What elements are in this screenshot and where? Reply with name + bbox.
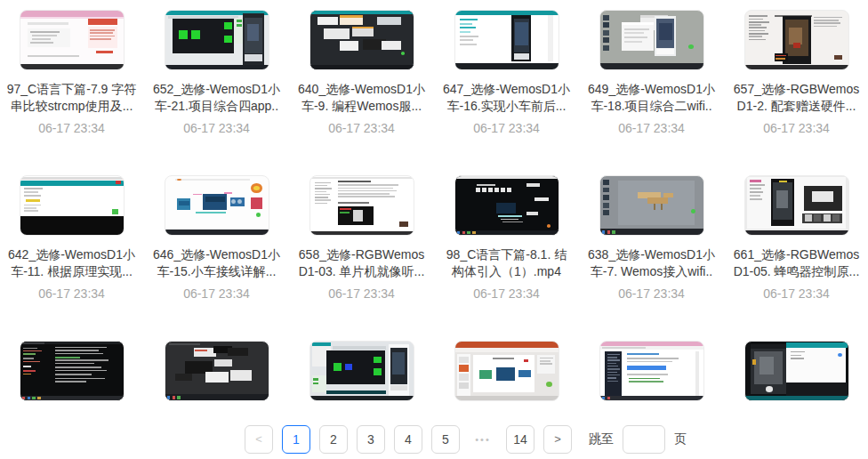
video-item[interactable]: 647_选修-WemosD1小车-16.实现小车前后...06-17 23:34 [441,10,572,136]
dark-desktop-gray-windows-thumbnail[interactable] [165,341,269,401]
thumbnail-detail [28,55,79,57]
arduino-ide-sketch-thumbnail[interactable] [20,175,125,236]
thumbnail-detail [340,41,358,51]
video-item[interactable]: 649_选修-WemosD1小车-18.项目综合二wifi..06-17 23:… [586,10,717,136]
arduino-ide-green-squares-phone-thumbnail[interactable] [165,10,269,70]
doc-page-with-video-thumbnail[interactable] [309,175,414,236]
page-jump-input[interactable] [623,425,665,454]
next-page-button[interactable]: > [543,425,572,454]
desktop-many-windows-thumbnail[interactable] [309,10,414,70]
thumbnail-detail [526,183,540,187]
page-button-4[interactable]: 4 [394,425,422,454]
thumbnail-detail [310,396,414,400]
thumbnail-detail [459,365,468,371]
thumbnail-detail [524,359,528,362]
video-item[interactable] [731,341,862,401]
video-item[interactable]: 652_选修-WemosD1小车-21.项目综合四app..06-17 23:3… [151,10,282,136]
video-item[interactable]: 658_选修-RGBWemos D1-03. 单片机就像听...06-17 23… [296,175,427,302]
video-grid-bottom-row [0,341,868,401]
thumbnail-detail [55,350,99,350]
thumbnail-detail [179,201,190,205]
video-item[interactable]: 97_C语言下篇-7.9 字符串比较strcmp使用及...06-17 23:3… [6,10,137,136]
thumbnail-detail [30,31,59,33]
arduino-green-blue-squares-phone-thumbnail[interactable] [309,341,414,401]
thumbnail-detail [622,22,654,26]
thumbnail-detail [501,219,519,221]
video-date: 06-17 23:34 [441,286,572,302]
thumbnail-detail [315,203,327,205]
thumbnail-detail [22,342,45,344]
video-item[interactable] [6,341,137,401]
thumbnail-detail [352,28,374,36]
slide-wiring-diagram-thumbnail[interactable] [165,175,269,236]
thumbnail-detail [607,368,620,369]
video-item[interactable] [296,341,427,401]
video-title: 638_选修-WemosD1小车-7. Wemos接入wifi.. [586,246,717,280]
thumbnail-detail [812,191,833,203]
thumbnail-detail [600,229,703,235]
thumbnail-detail [629,381,663,382]
pages-ellipsis[interactable]: ••• [469,425,497,454]
jump-to-label: 跳至 [589,431,614,447]
thumbnail-detail [24,191,38,193]
thumbnail-detail [514,53,529,60]
thumbnail-detail [624,32,644,34]
thumbnail-detail [607,377,616,378]
thumbnail-detail [22,397,25,399]
powerpoint-slide-boards-thumbnail[interactable] [454,341,559,401]
docs-browser-dark-sidebar-thumbnail[interactable] [599,341,704,401]
dark-mindmap-desktop-thumbnail[interactable] [454,175,559,236]
thumbnail-detail [256,213,261,217]
browser-doc-code-screenshot-thumbnail[interactable] [20,10,125,70]
page-button-2[interactable]: 2 [319,425,348,454]
phone-camera-arduino-window-thumbnail[interactable] [744,341,849,401]
thumbnail-detail [805,214,812,221]
video-item[interactable]: 642_选修-WemosD1小车-11. 根据原理实现...06-17 23:3… [6,175,137,302]
thumbnail-detail [214,359,232,366]
doc-dark-phone-hand-thumbnail[interactable] [744,10,849,70]
thumbnail-detail [20,181,124,186]
prev-page-button: < [245,425,273,454]
video-item[interactable] [586,341,717,401]
video-item[interactable] [441,341,572,401]
thumbnail-detail [333,346,386,350]
thumbnail-detail [607,230,610,234]
thumbnail-detail [112,209,118,214]
thumbnail-detail [55,357,80,358]
thumbnail-detail [814,26,837,28]
video-item[interactable]: 646_选修-WemosD1小车-15.小车接线详解...06-17 23:34 [151,175,282,302]
thumbnail-detail [501,188,506,192]
thumbnail-detail [498,215,522,217]
page-phone-and-slides-thumbnail[interactable] [744,175,849,236]
video-item[interactable]: 661_选修-RGBWemos D1-05. 蜂鸣器控制原...06-17 23… [731,175,862,302]
thumbnail-detail [627,353,659,355]
thumbnail-detail [624,28,649,30]
video-item[interactable]: 657_选修-RGBWemos D1-2. 配套赠送硬件...06-17 23:… [731,10,862,136]
thumbnail-detail [627,361,672,363]
thumbnail-detail [315,199,330,201]
thumbnail-detail [96,51,113,53]
thumbnail-detail [455,63,559,69]
page-button-1[interactable]: 1 [282,425,310,454]
thumbnail-detail [659,23,672,40]
video-date: 06-17 23:34 [731,286,862,302]
video-item[interactable] [151,341,282,401]
video-title: 98_C语言下篇-8.1. 结构体引入（1）.mp4 [441,246,572,280]
page-button-5[interactable]: 5 [431,425,460,454]
desktop-dialogs-phone-thumbnail[interactable] [599,10,704,70]
thumbnail-detail [315,194,329,196]
video-item[interactable]: 640_选修-WemosD1小车-9. 编程Wemos服...06-17 23:… [296,10,427,136]
video-item[interactable]: 98_C语言下篇-8.1. 结构体引入（1）.mp406-17 23:34 [441,175,572,302]
dark-terminal-code-thumbnail[interactable] [20,341,125,401]
page-button-3[interactable]: 3 [357,425,385,454]
video-item[interactable]: 638_选修-WemosD1小车-7. Wemos接入wifi..06-17 2… [586,175,717,302]
thumbnail-detail [534,197,549,202]
thumbnail-detail [55,370,107,371]
thumbnail-detail [507,188,512,192]
thumbnail-detail [479,370,492,380]
doc-page-with-phone-thumbnail[interactable] [454,10,559,70]
page-button-14[interactable]: 14 [506,425,534,454]
desktop-origami-crane-wallpaper-thumbnail[interactable] [599,175,704,236]
thumbnail-detail [750,184,764,186]
thumbnail-detail [20,11,124,17]
